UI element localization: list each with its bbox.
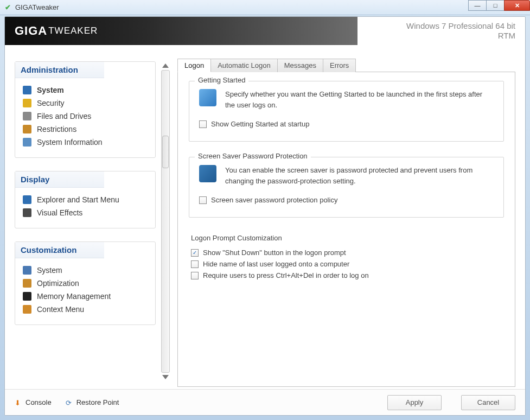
checkbox-screensaver-policy[interactable]: Screen saver password protection policy: [199, 196, 494, 204]
sidebar-item-label: System: [37, 266, 62, 275]
sidebar-item-icon: [23, 266, 31, 275]
sidebar-group: CustomizationSystemOptimizationMemory Ma…: [15, 241, 156, 325]
footer: ⬇ Console ⟳ Restore Point Apply Cancel: [5, 389, 525, 415]
sidebar-scrollbar[interactable]: [159, 61, 172, 381]
sidebar-item-context-menu[interactable]: Context Menu: [22, 303, 149, 316]
sidebar-item-label: Context Menu: [37, 305, 84, 314]
sidebar-item-memory-management[interactable]: Memory Management: [22, 290, 149, 303]
console-link[interactable]: ⬇ Console: [15, 398, 52, 406]
tabs: LogonAutomatic LogonMessagesErrors: [177, 58, 515, 72]
sidebar-item-visual-effects[interactable]: Visual Effects: [22, 206, 149, 219]
sidebar-item-restrictions[interactable]: Restrictions: [22, 123, 149, 136]
checkbox-icon[interactable]: [191, 272, 199, 279]
tab-logon[interactable]: Logon: [177, 59, 211, 72]
scroll-up-icon[interactable]: [162, 63, 169, 68]
window-titlebar: ✔ GIGATweaker — □ ✕: [0, 0, 530, 15]
group-desc-text: You can enable the screen saver is passw…: [225, 165, 494, 186]
screensaver-icon: [199, 165, 216, 182]
sidebar-item-files-and-drives[interactable]: Files and Drives: [22, 110, 149, 123]
sidebar-item-icon: [23, 195, 31, 204]
checkbox-require-cad[interactable]: Require users to press Ctrl+Alt+Del in o…: [191, 271, 502, 279]
console-label: Console: [25, 398, 52, 406]
group-logon-prompt: Logon Prompt Customization ✓ Show "Shut …: [189, 233, 504, 284]
tab-panel-logon: Getting Started Specify whether you want…: [177, 72, 515, 387]
sidebar-item-icon: [23, 125, 31, 133]
sidebar-item-icon: [23, 279, 31, 288]
close-button[interactable]: ✕: [504, 0, 530, 11]
sidebar-item-security[interactable]: Security: [22, 97, 149, 110]
checkbox-label: Hide name of last user logged onto a com…: [203, 260, 349, 268]
getting-started-icon: [199, 89, 216, 106]
sidebar-item-label: Files and Drives: [37, 112, 91, 120]
checkbox-show-shutdown[interactable]: ✓ Show "Shut Down" button in the logon p…: [191, 249, 502, 257]
checkbox-icon[interactable]: [191, 260, 199, 268]
tab-errors[interactable]: Errors: [323, 59, 356, 72]
group-title: Screen Saver Password Protection: [195, 152, 311, 160]
checkbox-icon[interactable]: [199, 120, 207, 128]
scroll-down-icon[interactable]: [162, 375, 169, 379]
restore-icon: ⟳: [66, 399, 73, 406]
minimize-button[interactable]: —: [468, 0, 487, 11]
brand-big: GIGA: [15, 24, 47, 38]
sidebar-item-system-information[interactable]: System Information: [22, 136, 149, 149]
sidebar-item-label: System Information: [37, 138, 103, 147]
sidebar-item-label: Restrictions: [37, 125, 76, 133]
checkbox-label: Show Getting Started at startup: [211, 120, 309, 128]
sidebar-item-explorer-and-start-menu[interactable]: Explorer and Start Menu: [22, 193, 149, 206]
sidebar-item-icon: [23, 138, 31, 147]
app-header: GIGA TWEAKER Windows 7 Professional 64 b…: [5, 17, 525, 45]
sidebar-item-label: Visual Effects: [37, 208, 82, 217]
restore-point-link[interactable]: ⟳ Restore Point: [66, 398, 119, 406]
checkbox-label: Screen saver password protection policy: [211, 196, 337, 204]
sidebar-group-title: Display: [15, 171, 104, 188]
checkbox-label: Show "Shut Down" button in the logon pro…: [203, 249, 346, 257]
group-title: Logon Prompt Customization: [191, 234, 502, 242]
checkbox-hide-last-user[interactable]: Hide name of last user logged onto a com…: [191, 260, 502, 268]
sidebar-item-icon: [23, 292, 31, 301]
group-screensaver: Screen Saver Password Protection You can…: [189, 157, 504, 218]
checkbox-label: Require users to press Ctrl+Alt+Del in o…: [203, 271, 369, 279]
window-title: GIGATweaker: [15, 3, 59, 11]
tab-messages[interactable]: Messages: [277, 59, 323, 72]
os-info-line1: Windows 7 Professional 64 bit: [357, 21, 515, 31]
scroll-track[interactable]: [161, 70, 170, 373]
sidebar-item-label: Memory Management: [37, 292, 111, 301]
tab-automatic-logon[interactable]: Automatic Logon: [210, 59, 278, 72]
console-icon: ⬇: [15, 399, 22, 406]
sidebar-group-title: Customization: [15, 242, 104, 258]
sidebar-item-system[interactable]: System: [22, 264, 149, 277]
scroll-thumb[interactable]: [162, 136, 169, 168]
sidebar-item-label: Explorer and Start Menu: [37, 195, 119, 204]
sidebar-item-icon: [23, 86, 31, 94]
group-getting-started: Getting Started Specify whether you want…: [189, 81, 504, 142]
sidebar-item-icon: [23, 99, 31, 107]
sidebar-group-title: Administration: [15, 62, 104, 78]
sidebar-item-icon: [23, 112, 31, 120]
sidebar-item-label: System: [37, 86, 64, 94]
checkbox-icon[interactable]: [199, 196, 207, 204]
restore-label: Restore Point: [76, 398, 119, 406]
sidebar: AdministrationSystemSecurityFiles and Dr…: [15, 61, 156, 381]
sidebar-item-label: Security: [37, 99, 65, 107]
checkbox-show-getting-started[interactable]: Show Getting Started at startup: [199, 120, 494, 128]
apply-button[interactable]: Apply: [387, 395, 442, 410]
sidebar-item-icon: [23, 208, 31, 217]
os-info-line2: RTM: [357, 31, 515, 41]
cancel-button[interactable]: Cancel: [461, 395, 515, 410]
checkbox-icon[interactable]: ✓: [191, 249, 199, 257]
maximize-button[interactable]: □: [486, 0, 505, 11]
group-title: Getting Started: [195, 76, 248, 84]
brand-small: TWEAKER: [48, 26, 98, 36]
sidebar-item-optimization[interactable]: Optimization: [22, 277, 149, 290]
app-icon: ✔: [3, 3, 12, 12]
sidebar-group: DisplayExplorer and Start MenuVisual Eff…: [15, 171, 156, 228]
sidebar-item-label: Optimization: [37, 279, 79, 288]
sidebar-item-system[interactable]: System: [22, 84, 149, 97]
sidebar-group: AdministrationSystemSecurityFiles and Dr…: [15, 61, 156, 158]
sidebar-item-icon: [23, 305, 31, 314]
group-desc-text: Specify whether you want the Getting Sta…: [225, 89, 494, 110]
